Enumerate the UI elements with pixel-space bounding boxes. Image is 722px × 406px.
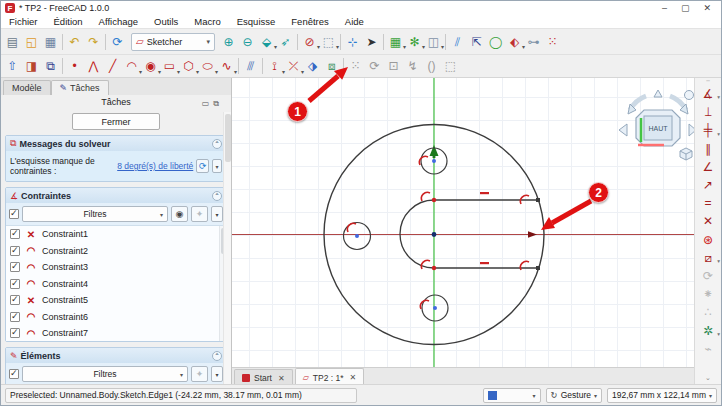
collapse-icon[interactable]: ⌃ bbox=[212, 351, 222, 361]
select-elements-icon[interactable]: ⊡ bbox=[384, 57, 403, 76]
constraint-row[interactable]: ✕ Constraint1 bbox=[6, 226, 226, 243]
refresh-icon[interactable]: ⟳ bbox=[108, 32, 127, 51]
view-sketch-icon[interactable]: ◯ bbox=[486, 32, 505, 51]
float-panel-icon[interactable]: ▭ bbox=[202, 96, 210, 111]
nav-circle-icon[interactable] bbox=[685, 91, 694, 100]
constraint-row[interactable]: ◠ Constraint6 bbox=[6, 309, 226, 326]
toolbar-overflow-icon[interactable]: ⌄ bbox=[705, 374, 711, 384]
workbench-selector[interactable]: ▱ Sketcher ▾ bbox=[131, 33, 215, 51]
constraint-checkbox[interactable] bbox=[10, 229, 20, 239]
constraints-check-all[interactable] bbox=[9, 209, 19, 219]
axis-cross-icon[interactable]: ⊹ bbox=[343, 32, 362, 51]
spline-tools-icon[interactable]: ⁕ bbox=[696, 285, 720, 303]
chevron-down-icon[interactable]: ▾ bbox=[212, 159, 222, 173]
leave-sketch-icon[interactable]: ⇱ bbox=[467, 32, 486, 51]
draw-style-icon[interactable]: ⬚▾ bbox=[319, 32, 338, 51]
solver-section-header[interactable]: ⧉ Messages du solveur ⌃ bbox=[6, 136, 226, 151]
Aide[interactable]: Aide bbox=[337, 15, 372, 28]
fermer-button[interactable]: Fermer bbox=[72, 113, 160, 130]
create-circle-icon[interactable]: ◉▾ bbox=[141, 57, 160, 76]
create-arc-icon[interactable]: ◠▾ bbox=[122, 57, 141, 76]
join-curves-icon[interactable]: ✲▾ bbox=[696, 321, 720, 339]
auto-update-icon[interactable]: ⟳ bbox=[196, 159, 209, 173]
constraint-row[interactable]: ◠ Constraint2 bbox=[6, 243, 226, 260]
constrain-tangent-icon[interactable]: ↗ bbox=[696, 176, 720, 194]
constraint-row[interactable]: ◠ Constraint3 bbox=[6, 259, 226, 276]
collapse-icon[interactable]: ⌃ bbox=[212, 191, 222, 201]
constraint-checkbox[interactable] bbox=[10, 262, 20, 272]
popout-panel-icon[interactable]: ⧉ bbox=[213, 96, 219, 111]
constraints-section-header[interactable]: ∡ Contraintes ⌃ bbox=[6, 188, 226, 203]
Affichage[interactable]: Affichage bbox=[91, 15, 146, 28]
constraints-filter-select[interactable]: Filtres▾ bbox=[22, 206, 168, 222]
dof-link[interactable]: 8 degré(s) de liberté bbox=[117, 161, 193, 171]
create-slot-icon[interactable]: ⬭▾ bbox=[198, 57, 217, 76]
constraint-row[interactable]: ◠ Constraint7 bbox=[6, 325, 226, 341]
highlight-color-select[interactable]: ▾ bbox=[483, 388, 541, 403]
Outils[interactable]: Outils bbox=[146, 15, 186, 28]
create-point-icon[interactable]: • bbox=[65, 57, 84, 76]
minimize-button[interactable]: – bbox=[662, 3, 667, 13]
insert-knot-icon[interactable]: ⬚ bbox=[441, 57, 460, 76]
panel-scrollbar[interactable] bbox=[223, 112, 231, 384]
carbon-copy-icon[interactable]: ⧈ bbox=[322, 57, 341, 76]
navigation-cube[interactable]: HAUT bbox=[619, 90, 696, 160]
elements-filter-select[interactable]: Filtres▾ bbox=[22, 366, 188, 382]
validate-sketch-icon[interactable]: ⬖▾ bbox=[505, 32, 524, 51]
converge-points-icon[interactable]: ⁙ bbox=[346, 57, 365, 76]
constrain-block-icon[interactable]: ⊛ bbox=[696, 231, 720, 249]
origin-point[interactable] bbox=[432, 232, 437, 237]
bottom-circle-center-point[interactable] bbox=[433, 306, 437, 310]
slot-endpoint[interactable] bbox=[432, 198, 436, 202]
constraint-checkbox[interactable] bbox=[10, 328, 20, 338]
maximize-button[interactable]: ▢ bbox=[681, 3, 690, 13]
edit-sketch-icon[interactable]: ⫽ bbox=[448, 32, 467, 51]
constraint-checkbox[interactable] bbox=[10, 312, 20, 322]
zoom-in-icon[interactable]: ⊕ bbox=[219, 32, 238, 51]
snap-icon[interactable]: ✻▾ bbox=[405, 32, 424, 51]
elements-section-header[interactable]: ✎ Éléments ⌃ bbox=[6, 348, 226, 363]
close-button[interactable]: ✕ bbox=[703, 3, 711, 13]
create-polygon-icon[interactable]: ⬡▾ bbox=[179, 57, 198, 76]
nav-up-triangle-icon[interactable] bbox=[654, 90, 662, 97]
navigation-style-select[interactable]: ↻ Gesture ▾ bbox=[546, 388, 602, 403]
Fichier[interactable]: Fichier bbox=[1, 15, 46, 28]
constrain-symmetric-icon[interactable]: ✕ bbox=[696, 212, 720, 230]
circular-pattern-icon[interactable]: ⟳ bbox=[696, 267, 720, 285]
show-hide-icon[interactable]: ◉ bbox=[171, 206, 188, 222]
left-circle-center-point[interactable] bbox=[355, 234, 359, 238]
trim-edge-icon[interactable]: ⤫▾ bbox=[284, 57, 303, 76]
view-isometric-icon[interactable]: ⬙▾ bbox=[257, 32, 276, 51]
settings-wand-icon[interactable]: ✦ bbox=[191, 206, 208, 222]
Esquisse[interactable]: Esquisse bbox=[229, 15, 284, 28]
mini-cube-icon[interactable] bbox=[680, 148, 692, 160]
Macro[interactable]: Macro bbox=[186, 15, 228, 28]
dimension-icon[interactable]: ⟟▾ bbox=[265, 57, 284, 76]
redo-icon[interactable]: ↷ bbox=[84, 32, 103, 51]
constraint-checkbox[interactable] bbox=[10, 246, 20, 256]
tab-modele[interactable]: Modèle bbox=[3, 80, 51, 95]
constrain-lock-icon[interactable]: ⧄▾ bbox=[696, 249, 720, 267]
fit-selection-icon[interactable]: ➶ bbox=[276, 32, 295, 51]
constraint-row[interactable]: ◠ Constraint4 bbox=[6, 276, 226, 293]
Fenêtres[interactable]: Fenêtres bbox=[283, 15, 337, 28]
create-rectangle-icon[interactable]: ▭▾ bbox=[160, 57, 179, 76]
render-template-icon[interactable]: ◫▾ bbox=[424, 32, 443, 51]
clipping-plane-icon[interactable]: ⊘▾ bbox=[300, 32, 319, 51]
close-tab-icon[interactable]: ✕ bbox=[350, 373, 357, 382]
create-bspline-icon[interactable]: ∿▾ bbox=[217, 57, 236, 76]
close-tab-icon[interactable]: ✕ bbox=[278, 374, 285, 383]
external-geometry-icon[interactable]: ⬗ bbox=[303, 57, 322, 76]
open-file-icon[interactable]: ◱ bbox=[22, 32, 41, 51]
elements-check-all[interactable] bbox=[9, 369, 19, 379]
constrain-distance-y-icon[interactable]: ⟘ bbox=[696, 103, 720, 121]
constrain-equal-icon[interactable]: = bbox=[696, 194, 720, 212]
circular-pattern-icon[interactable]: ⟳ bbox=[365, 57, 384, 76]
chevron-down-icon[interactable]: ▾ bbox=[211, 206, 223, 222]
grid-icon[interactable]: ▦▾ bbox=[386, 32, 405, 51]
tab-taches[interactable]: ✎Tâches bbox=[51, 80, 109, 95]
save-icon[interactable]: ▦ bbox=[41, 32, 60, 51]
extend-edge-icon[interactable]: ⌁ bbox=[696, 340, 720, 358]
mirror-sketch-icon[interactable]: ⁙ bbox=[543, 32, 562, 51]
image-icon[interactable]: ◨ bbox=[22, 57, 41, 76]
